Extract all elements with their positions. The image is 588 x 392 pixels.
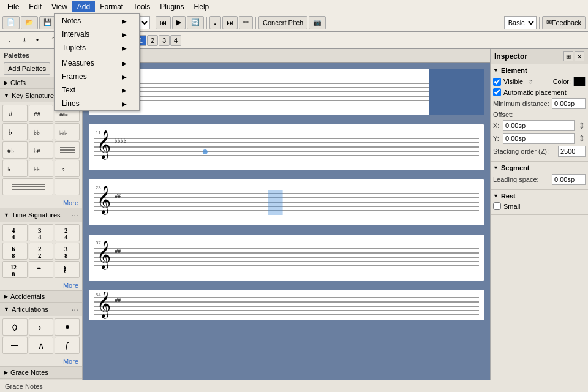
time-sig-24[interactable]: 24 xyxy=(55,224,80,241)
y-spinner-icon[interactable]: ⇕ xyxy=(578,134,586,143)
articulations-header[interactable]: ▼ Articulations ··· xyxy=(0,303,82,316)
time-sig-68[interactable]: 68 xyxy=(2,243,28,260)
key-sig-open[interactable] xyxy=(55,178,80,195)
art-2[interactable]: › xyxy=(29,318,54,336)
add-palettes-btn[interactable]: Add Palettes xyxy=(4,62,50,75)
art-1[interactable] xyxy=(2,318,28,336)
options-icon[interactable]: ··· xyxy=(71,210,78,220)
concert-pitch-btn[interactable]: Concert Pitch xyxy=(258,16,307,29)
time-sig-C[interactable]: 𝄼 xyxy=(29,261,54,278)
key-sig-5[interactable]: ♭♭ xyxy=(29,123,54,140)
key-sig-6[interactable]: ♭♭♭ xyxy=(55,123,80,140)
menu-measures[interactable]: Measures ▶ xyxy=(55,56,139,70)
grace-notes-header[interactable]: ▶ Grace Notes xyxy=(0,367,82,378)
separator xyxy=(255,17,256,29)
key-sig-8[interactable]: ♭# xyxy=(29,141,54,159)
key-sig-c[interactable] xyxy=(55,141,80,159)
inspector-float-btn[interactable]: ⊞ xyxy=(564,51,573,61)
art-5[interactable]: ∧ xyxy=(29,337,54,354)
play-btn[interactable]: ▶ xyxy=(172,16,186,29)
key-sig-9[interactable]: ♭ xyxy=(2,160,28,177)
time-sig-cut[interactable]: 𝄽 xyxy=(55,261,80,278)
element-section-title: ▼ Element xyxy=(493,67,586,74)
grace-note-btn[interactable]: ♩ xyxy=(2,34,16,47)
art-4[interactable] xyxy=(2,337,28,354)
skip-end-btn[interactable]: ⏭ xyxy=(222,16,238,29)
y-offset-input[interactable] xyxy=(503,133,575,144)
options-icon[interactable]: ··· xyxy=(71,304,78,314)
small-checkbox[interactable] xyxy=(493,202,501,210)
style-select[interactable]: Basic xyxy=(504,16,537,29)
articulations-grid: › ∧ ƒ xyxy=(0,316,82,356)
key-sig-1[interactable]: # xyxy=(2,105,28,122)
aug-dot-btn[interactable]: • xyxy=(31,34,44,47)
time-signatures-header[interactable]: ▼ Time Signatures ··· xyxy=(0,208,82,222)
key-sig-4[interactable]: ♭ xyxy=(2,123,28,140)
svg-text:♭♭: ♭♭ xyxy=(34,129,40,136)
x-offset-input[interactable] xyxy=(503,120,575,131)
score-row-4: 37 𝄞 ## xyxy=(89,235,484,281)
key-sig-more-btn[interactable]: More xyxy=(0,198,82,208)
accidentals-header[interactable]: ▶ Accidentals xyxy=(0,291,82,302)
voice-3-btn[interactable]: 3 xyxy=(159,35,170,46)
segment-section-title: ▼ Segment xyxy=(493,164,586,172)
rewind-btn[interactable]: ⏮ xyxy=(156,16,171,29)
time-sig-12[interactable]: 128 xyxy=(2,261,28,278)
art-6[interactable]: ƒ xyxy=(55,337,80,354)
menu-tuplets[interactable]: Tuplets ▶ xyxy=(55,41,139,55)
svg-text:𝄽: 𝄽 xyxy=(63,266,66,273)
time-sig-34[interactable]: 34 xyxy=(29,224,54,241)
svg-text:♭♭♭: ♭♭♭ xyxy=(59,130,67,136)
leading-space-input[interactable] xyxy=(552,174,586,185)
edit-mode-btn[interactable]: ✏ xyxy=(239,16,253,29)
articulations-section: ▼ Articulations ··· › ∧ ƒ More xyxy=(0,303,82,367)
x-spinner-icon[interactable]: ⇕ xyxy=(578,121,586,130)
articulations-more-btn[interactable]: More xyxy=(0,356,82,366)
art-3[interactable] xyxy=(55,318,80,336)
menu-frames[interactable]: Frames ▶ xyxy=(55,70,139,83)
stacking-input[interactable] xyxy=(558,146,586,157)
screenshot-btn[interactable]: 📷 xyxy=(309,16,326,29)
sync-icon[interactable]: ↺ xyxy=(528,78,533,85)
rest-btn[interactable]: 𝄽 xyxy=(17,34,30,47)
menu-add[interactable]: Add xyxy=(72,1,95,12)
key-sig-2[interactable]: ## xyxy=(29,105,54,122)
key-sig-10[interactable]: ♭♭ xyxy=(29,160,54,177)
menu-notes[interactable]: Notes ▶ xyxy=(55,14,139,28)
key-sig-natural[interactable] xyxy=(2,178,53,195)
menu-text[interactable]: Text ▶ xyxy=(55,83,139,97)
menu-lines[interactable]: Lines ▶ xyxy=(55,97,139,110)
auto-placement-checkbox[interactable] xyxy=(493,88,501,96)
arrow-icon: ▶ xyxy=(122,87,127,94)
open-btn[interactable]: 📂 xyxy=(21,16,38,29)
inspector-close-btn[interactable]: ✕ xyxy=(575,51,584,61)
svg-point-34 xyxy=(66,325,69,329)
time-sig-more-btn[interactable]: More xyxy=(0,281,82,290)
visible-checkbox[interactable] xyxy=(493,78,501,86)
score-row-5: 54 𝄞 ## xyxy=(89,290,484,320)
min-distance-input[interactable] xyxy=(552,98,586,109)
menu-edit[interactable]: Edit xyxy=(24,1,47,12)
menu-intervals[interactable]: Intervals ▶ xyxy=(55,28,139,41)
time-sig-22[interactable]: 22 xyxy=(29,243,54,260)
voice-4-btn[interactable]: 4 xyxy=(170,35,181,46)
chevron-down-icon: ▼ xyxy=(4,306,9,312)
key-sig-7[interactable]: #♭ xyxy=(2,141,28,159)
time-sig-44[interactable]: 44 xyxy=(2,224,28,241)
menu-help[interactable]: Help xyxy=(189,1,214,12)
voice-2-btn[interactable]: 2 xyxy=(147,35,158,46)
chevron-down-icon: ▼ xyxy=(493,193,499,199)
key-sig-11[interactable]: ♭ xyxy=(55,160,80,177)
menu-file[interactable]: File xyxy=(2,1,24,12)
menu-plugins[interactable]: Plugins xyxy=(155,1,189,12)
time-sig-38[interactable]: 38 xyxy=(55,243,80,260)
loop-btn[interactable]: 🔄 xyxy=(187,16,204,29)
new-btn[interactable]: 📄 xyxy=(2,16,20,29)
metronome-btn[interactable]: ♩ xyxy=(209,16,221,29)
menu-view[interactable]: View xyxy=(47,1,72,12)
feedback-btn[interactable]: ✉ Feedback xyxy=(542,16,586,29)
menu-format[interactable]: Format xyxy=(95,1,128,12)
color-picker[interactable] xyxy=(573,77,586,86)
menu-tools[interactable]: Tools xyxy=(128,1,155,12)
score-row-1: 𝄞 ## 2 4 xyxy=(89,69,484,115)
